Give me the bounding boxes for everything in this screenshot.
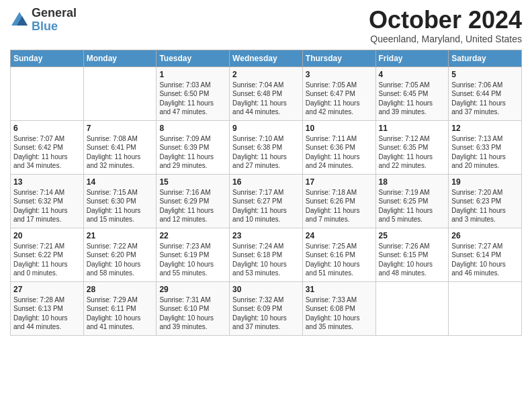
day-number: 17 <box>306 177 373 187</box>
day-cell: 21Sunrise: 7:22 AMSunset: 6:20 PMDayligh… <box>83 228 157 281</box>
day-number: 12 <box>451 124 519 133</box>
logo-general: General <box>32 7 77 20</box>
day-cell: 25Sunrise: 7:26 AMSunset: 6:15 PMDayligh… <box>375 228 449 281</box>
header-cell-friday: Friday <box>375 50 449 66</box>
day-info: Sunrise: 7:33 AMSunset: 6:08 PMDaylight:… <box>306 295 373 332</box>
day-cell: 22Sunrise: 7:23 AMSunset: 6:19 PMDayligh… <box>157 228 230 281</box>
day-info: Sunrise: 7:10 AMSunset: 6:38 PMDaylight:… <box>232 134 300 171</box>
day-cell: 8Sunrise: 7:09 AMSunset: 6:39 PMDaylight… <box>157 120 230 174</box>
day-info: Sunrise: 7:07 AMSunset: 6:42 PMDaylight:… <box>13 134 81 171</box>
day-cell: 23Sunrise: 7:24 AMSunset: 6:18 PMDayligh… <box>230 228 303 281</box>
logo-blue: Blue <box>32 20 77 34</box>
day-info: Sunrise: 7:31 AMSunset: 6:10 PMDaylight:… <box>159 295 226 332</box>
day-info: Sunrise: 7:20 AMSunset: 6:23 PMDaylight:… <box>451 188 519 224</box>
day-cell: 3Sunrise: 7:05 AMSunset: 6:47 PMDaylight… <box>302 66 375 120</box>
week-row-1: 1Sunrise: 7:03 AMSunset: 6:50 PMDaylight… <box>11 66 522 120</box>
week-row-5: 27Sunrise: 7:28 AMSunset: 6:13 PMDayligh… <box>11 281 522 335</box>
day-info: Sunrise: 7:26 AMSunset: 6:15 PMDaylight:… <box>379 242 446 278</box>
day-info: Sunrise: 7:03 AMSunset: 6:50 PMDaylight:… <box>159 81 226 117</box>
header-cell-sunday: Sunday <box>11 50 84 66</box>
day-info: Sunrise: 7:12 AMSunset: 6:35 PMDaylight:… <box>379 134 446 171</box>
day-number: 9 <box>232 124 300 133</box>
calendar-header: SundayMondayTuesdayWednesdayThursdayFrid… <box>11 50 522 66</box>
logo-text: General Blue <box>32 7 77 34</box>
logo-icon <box>10 11 29 30</box>
day-cell: 28Sunrise: 7:29 AMSunset: 6:11 PMDayligh… <box>83 281 157 335</box>
day-number: 21 <box>87 231 154 240</box>
day-cell: 7Sunrise: 7:08 AMSunset: 6:41 PMDaylight… <box>83 120 157 174</box>
day-cell: 10Sunrise: 7:11 AMSunset: 6:36 PMDayligh… <box>302 120 375 174</box>
day-info: Sunrise: 7:18 AMSunset: 6:26 PMDaylight:… <box>306 188 373 224</box>
day-number: 26 <box>451 231 519 240</box>
day-cell: 9Sunrise: 7:10 AMSunset: 6:38 PMDaylight… <box>230 120 303 174</box>
day-number: 10 <box>306 124 373 133</box>
day-number: 1 <box>159 70 226 79</box>
day-cell: 19Sunrise: 7:20 AMSunset: 6:23 PMDayligh… <box>449 174 522 228</box>
day-cell: 16Sunrise: 7:17 AMSunset: 6:27 PMDayligh… <box>230 174 303 228</box>
day-info: Sunrise: 7:14 AMSunset: 6:32 PMDaylight:… <box>13 188 81 224</box>
day-number: 23 <box>232 231 300 240</box>
page: General Blue October 2024 Queenland, Mar… <box>0 0 532 342</box>
day-info: Sunrise: 7:27 AMSunset: 6:14 PMDaylight:… <box>451 242 519 278</box>
week-row-4: 20Sunrise: 7:21 AMSunset: 6:22 PMDayligh… <box>11 228 522 281</box>
day-cell: 14Sunrise: 7:15 AMSunset: 6:30 PMDayligh… <box>83 174 157 228</box>
day-number: 18 <box>379 177 446 187</box>
day-info: Sunrise: 7:08 AMSunset: 6:41 PMDaylight:… <box>87 134 154 171</box>
day-cell: 31Sunrise: 7:33 AMSunset: 6:08 PMDayligh… <box>302 281 375 335</box>
calendar-body: 1Sunrise: 7:03 AMSunset: 6:50 PMDaylight… <box>11 66 522 335</box>
day-number: 31 <box>306 285 373 294</box>
day-number: 28 <box>87 285 154 294</box>
day-info: Sunrise: 7:04 AMSunset: 6:48 PMDaylight:… <box>232 81 300 117</box>
day-cell: 12Sunrise: 7:13 AMSunset: 6:33 PMDayligh… <box>449 120 522 174</box>
day-info: Sunrise: 7:13 AMSunset: 6:33 PMDaylight:… <box>451 134 519 171</box>
day-cell: 29Sunrise: 7:31 AMSunset: 6:10 PMDayligh… <box>157 281 230 335</box>
day-cell: 18Sunrise: 7:19 AMSunset: 6:25 PMDayligh… <box>375 174 449 228</box>
day-number: 4 <box>379 70 446 79</box>
day-number: 2 <box>232 70 300 79</box>
day-cell <box>375 281 449 335</box>
day-cell <box>83 66 157 120</box>
day-number: 27 <box>13 285 81 294</box>
location: Queenland, Maryland, United States <box>369 34 522 44</box>
logo: General Blue <box>10 7 77 34</box>
header-cell-saturday: Saturday <box>449 50 522 66</box>
day-info: Sunrise: 7:15 AMSunset: 6:30 PMDaylight:… <box>87 188 154 224</box>
day-number: 14 <box>87 177 154 187</box>
day-number: 5 <box>451 70 519 79</box>
day-info: Sunrise: 7:24 AMSunset: 6:18 PMDaylight:… <box>232 242 300 278</box>
header: General Blue October 2024 Queenland, Mar… <box>10 7 522 44</box>
day-info: Sunrise: 7:11 AMSunset: 6:36 PMDaylight:… <box>306 134 373 171</box>
day-cell <box>11 66 84 120</box>
day-cell <box>449 281 522 335</box>
day-number: 15 <box>159 177 226 187</box>
day-number: 8 <box>159 124 226 133</box>
day-number: 6 <box>13 124 81 133</box>
day-number: 3 <box>306 70 373 79</box>
calendar-table: SundayMondayTuesdayWednesdayThursdayFrid… <box>10 50 522 336</box>
day-info: Sunrise: 7:06 AMSunset: 6:44 PMDaylight:… <box>451 81 519 117</box>
header-cell-tuesday: Tuesday <box>157 50 230 66</box>
day-cell: 1Sunrise: 7:03 AMSunset: 6:50 PMDaylight… <box>157 66 230 120</box>
day-info: Sunrise: 7:09 AMSunset: 6:39 PMDaylight:… <box>159 134 226 171</box>
day-number: 7 <box>87 124 154 133</box>
week-row-3: 13Sunrise: 7:14 AMSunset: 6:32 PMDayligh… <box>11 174 522 228</box>
day-number: 25 <box>379 231 446 240</box>
day-info: Sunrise: 7:22 AMSunset: 6:20 PMDaylight:… <box>87 242 154 278</box>
day-info: Sunrise: 7:32 AMSunset: 6:09 PMDaylight:… <box>232 295 300 332</box>
day-info: Sunrise: 7:16 AMSunset: 6:29 PMDaylight:… <box>159 188 226 224</box>
day-cell: 15Sunrise: 7:16 AMSunset: 6:29 PMDayligh… <box>157 174 230 228</box>
day-number: 30 <box>232 285 300 294</box>
day-number: 29 <box>159 285 226 294</box>
day-cell: 24Sunrise: 7:25 AMSunset: 6:16 PMDayligh… <box>302 228 375 281</box>
day-number: 24 <box>306 231 373 240</box>
header-cell-wednesday: Wednesday <box>230 50 303 66</box>
day-number: 11 <box>379 124 446 133</box>
day-info: Sunrise: 7:23 AMSunset: 6:19 PMDaylight:… <box>159 242 226 278</box>
week-row-2: 6Sunrise: 7:07 AMSunset: 6:42 PMDaylight… <box>11 120 522 174</box>
day-cell: 4Sunrise: 7:05 AMSunset: 6:45 PMDaylight… <box>375 66 449 120</box>
day-number: 20 <box>13 231 81 240</box>
title-area: October 2024 Queenland, Maryland, United… <box>369 7 522 44</box>
day-cell: 30Sunrise: 7:32 AMSunset: 6:09 PMDayligh… <box>230 281 303 335</box>
day-cell: 20Sunrise: 7:21 AMSunset: 6:22 PMDayligh… <box>11 228 84 281</box>
header-cell-thursday: Thursday <box>302 50 375 66</box>
